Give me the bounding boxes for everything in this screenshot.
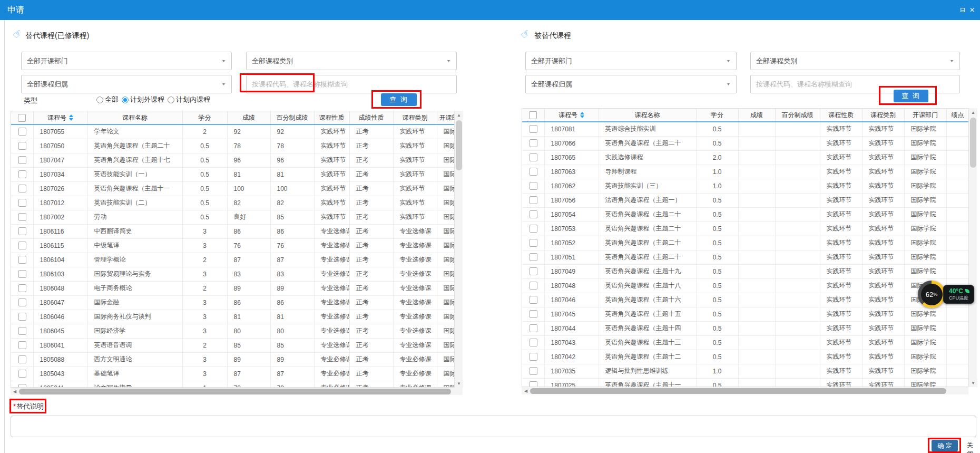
row-checkbox[interactable] bbox=[522, 193, 544, 207]
row-checkbox[interactable] bbox=[522, 350, 544, 364]
column-header[interactable]: 成绩 bbox=[738, 109, 775, 122]
row-checkbox[interactable] bbox=[11, 196, 33, 210]
table-row[interactable]: 1806103国际贸易理论与实务38383专业选修课正考专业选修课国际学院 bbox=[11, 267, 455, 281]
table-row[interactable]: 1807026英语角兴趣课程（主题十一0.5100100实践环节正考实践环节国际… bbox=[11, 181, 455, 196]
table-row[interactable]: 1807025英语角兴趣课程（主题十一0.5实践环节实践环节国际学院 bbox=[522, 378, 969, 387]
scrollbar-thumb[interactable] bbox=[970, 118, 976, 168]
table-row[interactable]: 1806115中级笔译37676专业选修课正考专业选修课国际学院 bbox=[11, 238, 455, 253]
row-checkbox[interactable] bbox=[522, 236, 544, 250]
right-search-input[interactable] bbox=[750, 75, 960, 93]
note-textarea[interactable] bbox=[11, 416, 976, 437]
type-radio-计划外课程[interactable]: 计划外课程 bbox=[122, 95, 164, 104]
table-row[interactable]: 1807043英语角兴趣课程（主题十三0.5实践环节实践环节国际学院 bbox=[522, 335, 969, 350]
table-row[interactable]: 1807012英语技能实训（二）0.58282实践环节正考实践环节国际学院 bbox=[11, 196, 455, 210]
column-header[interactable]: 开课部门 bbox=[904, 109, 946, 122]
sort-icon[interactable] bbox=[580, 112, 584, 118]
left-category-select[interactable]: 全部课程类别▼ bbox=[246, 52, 457, 70]
confirm-button[interactable]: 确 定 bbox=[932, 440, 958, 451]
scrollbar-thumb[interactable] bbox=[530, 388, 946, 394]
row-checkbox[interactable] bbox=[11, 124, 33, 139]
table-row[interactable]: 1806116中西翻译简史38686专业选修课正考专业选修课国际学院 bbox=[11, 224, 455, 238]
type-radio-计划内课程[interactable]: 计划内课程 bbox=[168, 95, 210, 104]
right-department-select[interactable]: 全部开课部门▼ bbox=[525, 52, 737, 70]
select-all-checkbox[interactable] bbox=[522, 109, 544, 122]
table-row[interactable]: 1806045国际经济学38080专业选修课正考专业选修课国际学院 bbox=[11, 324, 455, 338]
table-row[interactable]: 1805088西方文明通论38989专业必修课正考专业必修课国际学院 bbox=[11, 352, 455, 367]
row-checkbox[interactable] bbox=[522, 165, 544, 179]
row-checkbox[interactable] bbox=[11, 310, 33, 324]
table-row[interactable]: 1807066英语角兴趣课程（主题二十0.5实践环节实践环节国际学院 bbox=[522, 136, 969, 150]
table-row[interactable]: 1807081英语综合技能实训0.5实践环节实践环节国际学院 bbox=[522, 122, 969, 136]
right-query-button[interactable]: 查 询 bbox=[894, 90, 928, 102]
row-checkbox[interactable] bbox=[522, 221, 544, 236]
table-row[interactable]: 1807062英语技能实训（三）1.0实践环节实践环节国际学院 bbox=[522, 179, 969, 193]
column-header[interactable]: 百分制成绩 bbox=[270, 111, 314, 124]
row-checkbox[interactable] bbox=[11, 181, 33, 196]
row-checkbox[interactable] bbox=[11, 352, 33, 367]
row-checkbox[interactable] bbox=[522, 264, 544, 278]
row-checkbox[interactable] bbox=[522, 150, 544, 165]
table-row[interactable]: 1807044英语角兴趣课程（主题十四0.5实践环节实践环节国际学院 bbox=[522, 321, 969, 335]
table-row[interactable]: 1807065实践选修课程2.0实践环节实践环节国际学院 bbox=[522, 150, 969, 165]
table-row[interactable]: 1807050英语角兴趣课程（主题二十0.57878实践环节正考实践环节国际学院 bbox=[11, 139, 455, 153]
table-row[interactable]: 1807063导师制课程1.0实践环节实践环节国际学院 bbox=[522, 165, 969, 179]
row-checkbox[interactable] bbox=[522, 207, 544, 221]
row-checkbox[interactable] bbox=[11, 153, 33, 167]
scroll-up-icon[interactable]: ▲ bbox=[969, 108, 977, 117]
row-checkbox[interactable] bbox=[11, 381, 33, 388]
row-checkbox[interactable] bbox=[11, 238, 33, 253]
column-header[interactable]: 开课部门 bbox=[437, 111, 455, 124]
row-checkbox[interactable] bbox=[11, 167, 33, 181]
row-checkbox[interactable] bbox=[522, 378, 544, 387]
select-all-checkbox[interactable] bbox=[11, 111, 33, 124]
close-button[interactable]: 关 闭 bbox=[961, 440, 980, 453]
right-belong-select[interactable]: 全部课程归属▼ bbox=[525, 75, 737, 93]
table-row[interactable]: 1807049英语角兴趣课程（主题十九0.5实践环节实践环节国际学院 bbox=[522, 264, 969, 278]
column-header[interactable]: 学分 bbox=[696, 109, 738, 122]
scroll-down-icon[interactable]: ▼ bbox=[969, 379, 977, 387]
row-checkbox[interactable] bbox=[522, 293, 544, 307]
table-row[interactable]: 1807002劳动0.5良好85实践环节正考实践环节国际学院 bbox=[11, 210, 455, 224]
sort-icon[interactable] bbox=[69, 114, 73, 121]
column-header[interactable]: 课程类别 bbox=[862, 109, 904, 122]
table-row[interactable]: 1807042英语角兴趣课程（主题十二0.5实践环节实践环节国际学院 bbox=[522, 350, 969, 364]
row-checkbox[interactable] bbox=[522, 307, 544, 321]
row-checkbox[interactable] bbox=[11, 224, 33, 238]
column-header[interactable]: 成绩性质 bbox=[349, 111, 393, 124]
scroll-left-icon[interactable]: ◀ bbox=[522, 387, 530, 394]
left-search-input[interactable] bbox=[246, 75, 457, 93]
close-icon[interactable]: ✕ bbox=[969, 6, 975, 14]
right-table-vscrollbar[interactable]: ▲ ▼ bbox=[968, 108, 977, 387]
minimize-icon[interactable]: ⊟ bbox=[960, 6, 965, 14]
left-table-vscrollbar[interactable]: ▲ ▼ bbox=[454, 111, 463, 388]
row-checkbox[interactable] bbox=[522, 278, 544, 293]
row-checkbox[interactable] bbox=[11, 139, 33, 153]
scrollbar-thumb[interactable] bbox=[19, 389, 451, 394]
row-checkbox[interactable] bbox=[522, 136, 544, 150]
table-row[interactable]: 1807035逻辑与批判性思维训练1.0实践环节实践环节国际学院 bbox=[522, 364, 969, 378]
column-header[interactable]: 课程号 bbox=[544, 109, 599, 122]
column-header[interactable]: 学分 bbox=[182, 111, 227, 124]
table-row[interactable]: 1807046英语角兴趣课程（主题十六0.5实践环节实践环节国际学院 bbox=[522, 293, 969, 307]
left-belong-select[interactable]: 全部课程归属▼ bbox=[21, 75, 232, 93]
table-row[interactable]: 1806046国际商务礼仪与谈判38181专业选修课正考专业选修课国际学院 bbox=[11, 310, 455, 324]
column-header[interactable]: 百分制成绩 bbox=[775, 109, 820, 122]
column-header[interactable]: 课程号 bbox=[33, 111, 87, 124]
table-row[interactable]: 1807055学年论文29292实践环节正考实践环节国际学院 bbox=[11, 124, 455, 139]
scroll-up-icon[interactable]: ▲ bbox=[455, 111, 463, 119]
column-header[interactable]: 课程名称 bbox=[599, 109, 696, 122]
table-row[interactable]: 1806047国际金融38686专业选修课正考专业选修课国际学院 bbox=[11, 295, 455, 310]
column-header[interactable]: 成绩 bbox=[227, 111, 270, 124]
table-row[interactable]: 1807045英语角兴趣课程（主题十五0.5实践环节实践环节国际学院 bbox=[522, 307, 969, 321]
row-checkbox[interactable] bbox=[11, 295, 33, 310]
row-checkbox[interactable] bbox=[11, 267, 33, 281]
scroll-left-icon[interactable]: ◀ bbox=[11, 388, 19, 395]
table-row[interactable]: 1807054英语角兴趣课程（主题二十0.5实践环节实践环节国际学院 bbox=[522, 207, 969, 221]
row-checkbox[interactable] bbox=[11, 324, 33, 338]
table-row[interactable]: 1806104管理学概论28787专业选修课正考专业选修课国际学院 bbox=[11, 253, 455, 267]
row-checkbox[interactable] bbox=[522, 122, 544, 136]
scrollbar-thumb[interactable] bbox=[456, 120, 462, 170]
left-query-button[interactable]: 查 询 bbox=[381, 93, 417, 106]
table-row[interactable]: 1806048电子商务概论28989专业选修课正考专业选修课国际学院 bbox=[11, 281, 455, 295]
table-row[interactable]: 1807051英语角兴趣课程（主题二十0.5实践环节实践环节国际学院 bbox=[522, 250, 969, 264]
